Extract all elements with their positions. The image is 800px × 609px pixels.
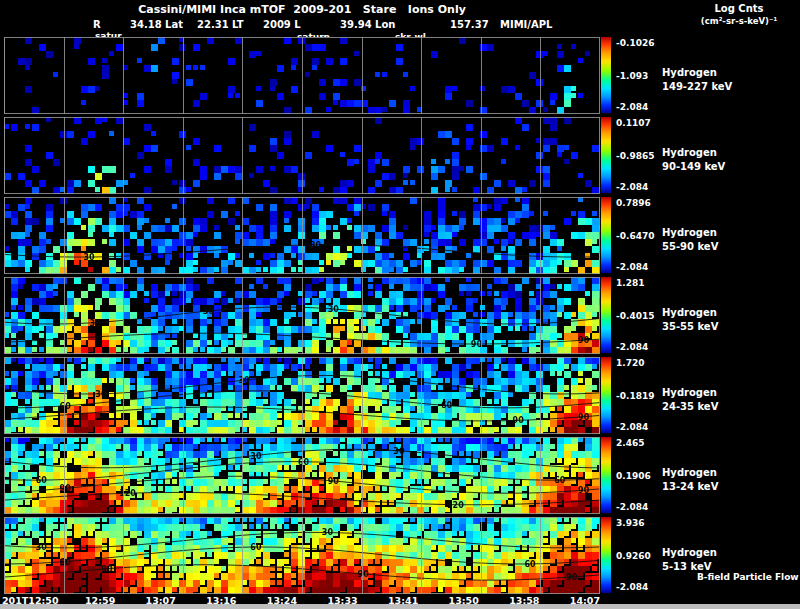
- colorbar: [601, 37, 611, 113]
- colorbar-min-value: -2.084: [616, 502, 648, 512]
- spectrogram-row: 3.9360.9260-2.084Hydrogen5-13 keV: [0, 516, 800, 596]
- species-label: Hydrogen: [662, 67, 717, 78]
- ephemeris-token: MIMI/APL: [500, 19, 552, 30]
- colorbar-units: Log Cnts (cm²-sr-s-keV)⁻¹: [682, 3, 796, 27]
- heatmap-canvas: [4, 437, 600, 514]
- colorbar-min-value: -2.084: [616, 182, 648, 192]
- colorbar-min-value: -2.084: [616, 342, 648, 352]
- colorbar-mid-value: -0.6470: [616, 231, 654, 241]
- ephemeris-readout: R34.18 Lat22.31 LT2009 L39.94 Lon157.37M…: [0, 19, 600, 31]
- colorbar-max-value: 0.1107: [616, 118, 651, 128]
- colorbar-mid-value: -0.1819: [616, 391, 654, 401]
- spectrogram-row: 1.720-0.1819-2.084Hydrogen24-35 keV: [0, 356, 800, 436]
- spectrogram-row: 0.7896-0.6470-2.084Hydrogen55-90 keV: [0, 196, 800, 276]
- heatmap-canvas: [4, 197, 600, 274]
- ephemeris-token: 2009 L: [263, 19, 301, 30]
- species-label: Hydrogen: [662, 467, 717, 478]
- bfield-note: B-field Particle Flow: [697, 572, 799, 582]
- colorbar-units-line2: (cm²-sr-s-keV)⁻¹: [682, 15, 796, 27]
- energy-range-label: 149-227 keV: [662, 81, 732, 92]
- colorbar-mid-value: -0.4015: [616, 311, 654, 321]
- ephemeris-token: 157.37: [450, 19, 489, 30]
- heatmap-canvas: [4, 277, 600, 354]
- colorbar: [601, 197, 611, 273]
- species-label: Hydrogen: [662, 307, 717, 318]
- energy-range-label: 90-149 keV: [662, 161, 725, 172]
- colorbar-mid-value: -0.9865: [616, 151, 654, 161]
- colorbar-min-value: -2.084: [616, 262, 648, 272]
- heatmap-canvas: [4, 117, 600, 194]
- colorbar-max-value: 1.720: [616, 358, 644, 368]
- colorbar-min-value: -2.084: [616, 582, 648, 592]
- colorbar-mid-value: 0.9260: [616, 551, 651, 561]
- species-label: Hydrogen: [662, 547, 717, 558]
- species-label: Hydrogen: [662, 227, 717, 238]
- colorbar-max-value: -0.1026: [616, 38, 654, 48]
- ephemeris-token: 39.94 Lon: [340, 19, 395, 30]
- spectrogram-row: 1.281-0.4015-2.084Hydrogen35-55 keV: [0, 276, 800, 356]
- colorbar: [601, 517, 611, 593]
- colorbar-min-value: -2.084: [616, 102, 648, 112]
- colorbar-max-value: 0.7896: [616, 198, 651, 208]
- colorbar-mid-value: 0.1906: [616, 471, 651, 481]
- spectrogram-row: 0.1107-0.9865-2.084Hydrogen90-149 keV: [0, 116, 800, 196]
- energy-range-label: 13-24 keV: [662, 481, 718, 492]
- ephemeris-token: R: [93, 19, 101, 30]
- spectrogram-row: 2.4650.1906-2.084Hydrogen13-24 keV: [0, 436, 800, 516]
- ephemeris-token: 34.18 Lat: [130, 19, 183, 30]
- colorbar: [601, 437, 611, 513]
- colorbar: [601, 277, 611, 353]
- heatmap-canvas: [4, 357, 600, 434]
- heatmap-canvas: [4, 517, 600, 594]
- colorbar-max-value: 2.465: [616, 438, 644, 448]
- heatmap-canvas: [4, 37, 600, 114]
- energy-range-label: 55-90 keV: [662, 241, 718, 252]
- colorbar-max-value: 1.281: [616, 278, 644, 288]
- energy-range-label: 24-35 keV: [662, 401, 718, 412]
- colorbar-max-value: 3.936: [616, 518, 644, 528]
- colorbar-mid-value: -1.093: [616, 71, 648, 81]
- colorbar: [601, 117, 611, 193]
- cassini-mimi-viewer: Cassini/MIMI Inca mTOF 2009-201 Stare Io…: [0, 0, 800, 609]
- spectrogram-row: -0.1026-1.093-2.084Hydrogen149-227 keV: [0, 36, 800, 116]
- energy-range-label: 5-13 keV: [662, 561, 711, 572]
- species-label: Hydrogen: [662, 147, 717, 158]
- species-label: Hydrogen: [662, 387, 717, 398]
- bottom-scrollbar[interactable]: [0, 604, 800, 609]
- page-title: Cassini/MIMI Inca mTOF 2009-201 Stare Io…: [4, 3, 600, 16]
- colorbar: [601, 357, 611, 433]
- ephemeris-token: 22.31 LT: [197, 19, 244, 30]
- colorbar-units-line1: Log Cnts: [682, 3, 796, 15]
- colorbar-min-value: -2.084: [616, 422, 648, 432]
- energy-range-label: 35-55 keV: [662, 321, 718, 332]
